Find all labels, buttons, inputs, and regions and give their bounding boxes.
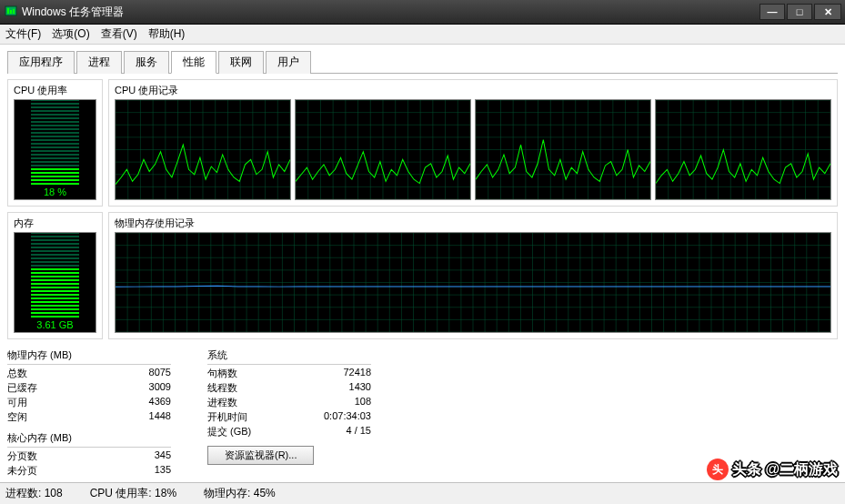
system-title: 系统 [207,348,371,365]
statusbar: 进程数: 108 CPU 使用率: 18% 物理内存: 45% [0,482,845,504]
window-title: Windows 任务管理器 [22,5,759,20]
available-value: 4369 [111,396,171,409]
procs-value: 108 [306,396,371,409]
window-controls: — □ ✕ [759,4,841,20]
menu-view[interactable]: 查看(V) [101,26,137,42]
paged-value: 345 [114,449,171,463]
minimize-button[interactable]: — [759,4,785,20]
total-label: 总数 [7,367,75,380]
status-cpu: CPU 使用率: 18% [90,486,176,501]
svg-rect-3 [13,9,15,14]
status-memory: 物理内存: 45% [204,486,276,501]
cpu-gauge: 18 % [14,99,96,200]
handles-label: 句柄数 [207,367,269,380]
phys-mem-title: 物理内存 (MB) [7,348,171,365]
menu-options[interactable]: 选项(O) [52,26,89,42]
cached-value: 3009 [111,381,171,395]
tab-networking[interactable]: 联网 [218,51,264,74]
cpu-usage-group: CPU 使用率 18 % [7,79,103,207]
cpu-history-group: CPU 使用记录 [108,79,838,207]
cpu-core-graph-2 [475,99,651,200]
maximize-button[interactable]: □ [787,4,812,20]
memory-group: 内存 3.61 GB [7,212,103,339]
nonpaged-value: 135 [114,464,171,478]
memory-gauge: 3.61 GB [14,232,96,333]
watermark-text: @二柄游戏 [765,460,838,479]
handles-value: 72418 [306,367,371,380]
system-stats: 系统 句柄数72418 线程数1430 进程数108 开机时间0:07:34:0… [207,348,371,438]
kernel-mem-stats: 核心内存 (MB) 分页数345 未分页135 [7,431,171,478]
memory-label: 内存 [14,217,96,230]
procs-label: 进程数 [207,396,269,409]
nonpaged-label: 未分页 [7,464,77,478]
status-processes: 进程数: 108 [5,486,63,501]
cached-label: 已缓存 [7,381,75,395]
cpu-history-label: CPU 使用记录 [115,84,831,97]
svg-rect-2 [10,10,12,14]
menu-file[interactable]: 文件(F) [5,26,41,42]
threads-value: 1430 [306,381,371,395]
kernel-mem-title: 核心内存 (MB) [7,431,171,448]
threads-label: 线程数 [207,381,269,395]
tab-applications[interactable]: 应用程序 [7,51,75,74]
mem-history-group: 物理内存使用记录 [108,212,838,339]
performance-panel: CPU 使用率 18 % CPU 使用记录 内存 3.61 GB 物理内 [7,79,838,482]
available-label: 可用 [7,396,75,409]
cpu-core-graph-3 [655,99,831,200]
tab-processes[interactable]: 进程 [76,51,122,74]
total-value: 8075 [111,367,171,380]
svg-rect-1 [7,8,9,14]
tab-strip: 应用程序 进程 服务 性能 联网 用户 [7,50,838,74]
watermark: 头 头条 @二柄游戏 [707,459,838,480]
app-icon [4,5,18,19]
uptime-label: 开机时间 [207,410,269,424]
tab-services[interactable]: 服务 [124,51,169,74]
uptime-value: 0:07:34:03 [306,410,371,424]
cpu-core-graph-0 [115,99,291,200]
paged-label: 分页数 [7,449,77,463]
free-label: 空闲 [7,410,75,424]
mem-history-graph [115,232,831,333]
cpu-gauge-value: 18 % [15,186,96,197]
titlebar: Windows 任务管理器 — □ ✕ [0,0,845,25]
cpu-core-graph-1 [295,99,471,200]
menu-help[interactable]: 帮助(H) [148,26,186,42]
content-area: 应用程序 进程 服务 性能 联网 用户 CPU 使用率 18 % CPU 使用记… [0,45,845,482]
phys-mem-stats: 物理内存 (MB) 总数8075 已缓存3009 可用4369 空闲1448 [7,348,171,424]
commit-label: 提交 (GB) [207,425,269,438]
mem-history-label: 物理内存使用记录 [115,217,831,230]
commit-value: 4 / 15 [306,425,371,438]
menubar: 文件(F) 选项(O) 查看(V) 帮助(H) [0,25,845,45]
watermark-prefix: 头条 [732,460,761,479]
watermark-icon: 头 [707,459,729,480]
tab-performance[interactable]: 性能 [171,51,216,74]
close-button[interactable]: ✕ [814,4,841,20]
tab-users[interactable]: 用户 [266,51,311,74]
resource-monitor-button[interactable]: 资源监视器(R)... [207,446,314,465]
memory-gauge-value: 3.61 GB [15,319,96,330]
free-value: 1448 [111,410,171,424]
cpu-usage-label: CPU 使用率 [14,84,96,97]
